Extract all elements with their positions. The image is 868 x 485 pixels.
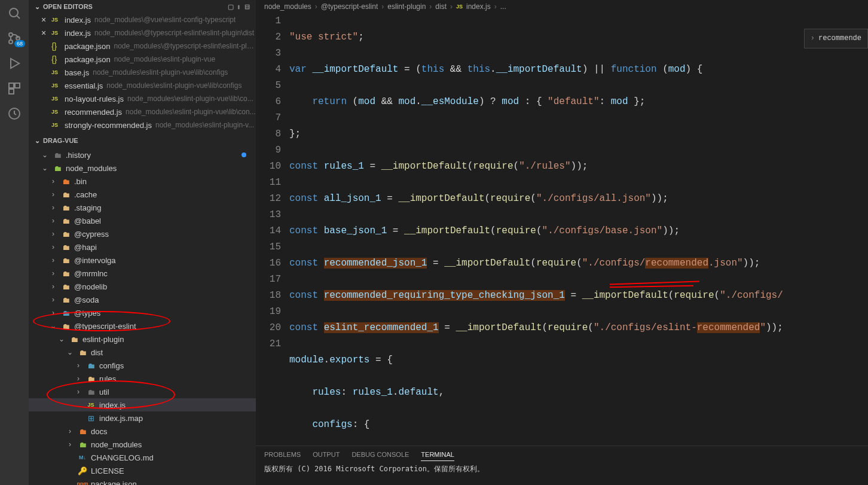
code-editor[interactable]: 123456789101112131415161718192021 "use s…	[256, 13, 868, 446]
folder-icon: 🖿	[61, 269, 71, 278]
open-editor-item[interactable]: ×JSindex.js node_modules\@typescript-esl…	[29, 26, 256, 39]
search-icon[interactable]	[7, 6, 22, 20]
editor-file-path: node_modules\eslint-plugin-vue\lib\con..…	[126, 108, 255, 116]
folder-icon: 🖿	[61, 255, 71, 265]
run-debug-icon[interactable]	[7, 56, 22, 71]
file-type-icon: JS	[51, 96, 61, 102]
tree-item-label: index.js.map	[99, 414, 143, 423]
tree-item-label: LICENSE	[91, 466, 124, 475]
folder-icon: 🖿	[78, 440, 87, 449]
open-editor-item[interactable]: JSessential.js node_modules\eslint-plugi…	[29, 79, 256, 92]
tree-item[interactable]: ›🖿@nodelib	[29, 280, 256, 293]
folder-icon: 🖿	[61, 203, 71, 212]
tree-item-label: @intervolga	[74, 256, 116, 265]
tree-item[interactable]: ›🖿@soda	[29, 293, 256, 306]
tree-item[interactable]: npmpackage.json	[29, 477, 256, 485]
open-editor-item[interactable]: JSrecommended.js node_modules\eslint-plu…	[29, 105, 256, 118]
open-editor-item[interactable]: {}package.json node_modules\@typescript-…	[29, 39, 256, 53]
tree-item-label: @babel	[74, 216, 101, 225]
tree-item[interactable]: ›🖿node_modules	[29, 438, 256, 451]
close-all-icon[interactable]: ⊟	[244, 3, 250, 11]
editor-file-path: node_modules\@typescript-eslint\eslint-p…	[114, 42, 256, 50]
chevron-icon: ›	[74, 374, 82, 383]
breadcrumb-popup[interactable]: › recommende	[804, 29, 868, 48]
tree-item[interactable]: M↓CHANGELOG.md	[29, 451, 256, 464]
tree-item[interactable]: ⊞index.js.map	[29, 411, 256, 425]
open-editors-header[interactable]: ⌄ Open Editors ▢ ⫾ ⊟	[29, 0, 256, 13]
chevron-right-icon: ›	[811, 30, 815, 47]
tree-item-label: util	[99, 388, 109, 396]
new-file-icon[interactable]: ▢	[228, 3, 234, 11]
tree-item[interactable]: ›🖿@cypress	[29, 227, 256, 240]
close-icon[interactable]: ×	[39, 15, 48, 25]
tree-item[interactable]: JSindex.js	[29, 398, 256, 411]
tree-item[interactable]: ⌄🖿dist	[29, 346, 256, 359]
folder-icon: 🖿	[61, 216, 71, 225]
editor-area: node_modules› @typescript-eslint› eslint…	[256, 0, 868, 485]
breadcrumb-file[interactable]: index.js	[466, 2, 491, 11]
js-icon: JS	[456, 4, 463, 10]
chevron-icon: ›	[49, 243, 57, 251]
svg-line-1	[17, 16, 20, 19]
panel-tab[interactable]: PROBLEMS	[264, 449, 301, 460]
tree-item[interactable]: ›🖿rules	[29, 372, 256, 385]
tree-item[interactable]: ⌄🖿eslint-plugin	[29, 333, 256, 346]
npm-icon: npm	[78, 479, 87, 485]
breadcrumb-segment[interactable]: dist	[435, 2, 447, 11]
open-editor-item[interactable]: JSno-layout-rules.js node_modules\eslint…	[29, 92, 256, 105]
tree-item[interactable]: ›🖿util	[29, 385, 256, 398]
save-all-icon[interactable]: ⫾	[237, 3, 241, 11]
tree-item[interactable]: ›🖿@types	[29, 306, 256, 319]
tree-item[interactable]: ⌄🖿.history	[29, 148, 256, 161]
tree-item-label: configs	[99, 361, 124, 370]
chevron-icon: ›	[49, 256, 57, 264]
open-editor-item[interactable]: ×JSindex.js node_modules\@vue\eslint-con…	[29, 13, 256, 26]
svg-point-2	[9, 33, 13, 36]
tree-item[interactable]: ›🖿@hapi	[29, 240, 256, 254]
extensions-icon[interactable]	[7, 81, 22, 96]
js-icon: JS	[86, 400, 96, 410]
tree-item[interactable]: 🔑LICENSE	[29, 464, 256, 477]
close-icon[interactable]: ×	[39, 28, 48, 38]
tree-item-label: node_modules	[66, 164, 117, 173]
breadcrumb-ellipsis[interactable]: ...	[500, 2, 506, 11]
tree-item[interactable]: ›🖿configs	[29, 359, 256, 372]
breadcrumbs[interactable]: node_modules› @typescript-eslint› eslint…	[256, 0, 868, 13]
terminal-content[interactable]: 版权所有 (C) 2016 Microsoft Corporation。保留所有…	[256, 463, 868, 475]
chevron-icon: ›	[49, 177, 57, 185]
tree-item[interactable]: ⌄🖿@typescript-eslint	[29, 319, 256, 333]
chevron-icon: ›	[49, 295, 57, 304]
breadcrumb-segment[interactable]: node_modules	[264, 2, 311, 11]
panel-tab[interactable]: OUTPUT	[313, 449, 340, 460]
editor-file-name: package.json	[65, 42, 111, 51]
code-content[interactable]: "use strict"; var __importDefault = (thi…	[289, 13, 783, 446]
chevron-icon: ⌄	[49, 322, 57, 330]
editor-file-path: node_modules\@vue\eslint-config-typescri…	[94, 16, 236, 24]
tree-item[interactable]: ›🖿.bin	[29, 175, 256, 188]
svg-rect-6	[9, 83, 14, 88]
source-control-icon[interactable]	[7, 31, 22, 45]
open-editor-item[interactable]: JSstrongly-recommended.js node_modules\e…	[29, 118, 256, 132]
tree-item[interactable]: ⌄🖿node_modules	[29, 161, 256, 175]
tree-item[interactable]: ›🖿.staging	[29, 201, 256, 214]
tree-item[interactable]: ›🖿@mrmlnc	[29, 267, 256, 280]
panel-tab[interactable]: DEBUG CONSOLE	[352, 449, 409, 460]
tree-item-label: eslint-plugin	[82, 335, 124, 344]
open-editor-item[interactable]: {}package.json node_modules\eslint-plugi…	[29, 53, 256, 66]
bottom-panel: PROBLEMSOUTPUTDEBUG CONSOLETERMINAL 版权所有…	[256, 446, 868, 485]
breadcrumb-segment[interactable]: @typescript-eslint	[321, 2, 378, 11]
tree-item[interactable]: ›🖿@intervolga	[29, 254, 256, 267]
tree-item[interactable]: ›🖿docs	[29, 425, 256, 438]
history-icon[interactable]	[7, 106, 22, 121]
tree-item[interactable]: ›🖿@babel	[29, 214, 256, 227]
breadcrumb-segment[interactable]: eslint-plugin	[387, 2, 426, 11]
explorer-project-header[interactable]: ⌄ DRAG-VUE	[29, 134, 256, 147]
open-editor-item[interactable]: JSbase.js node_modules\eslint-plugin-vue…	[29, 66, 256, 79]
panel-tab[interactable]: TERMINAL	[421, 449, 454, 461]
tree-item[interactable]: ›🖿.cache	[29, 188, 256, 201]
svg-point-3	[9, 40, 13, 44]
chevron-down-icon: ⌄	[35, 3, 43, 11]
chevron-icon: ›	[49, 203, 57, 212]
folder-icon: 🖿	[61, 190, 71, 199]
chevron-icon: ›	[49, 190, 57, 199]
